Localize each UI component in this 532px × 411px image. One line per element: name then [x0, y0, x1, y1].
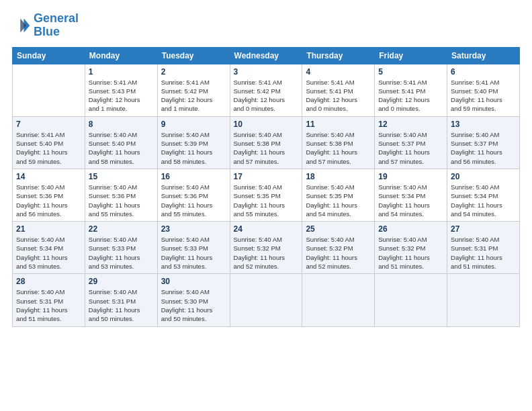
- col-header-wednesday: Wednesday: [230, 47, 302, 64]
- calendar-cell: 27Sunrise: 5:40 AM Sunset: 5:31 PM Dayli…: [447, 222, 520, 274]
- cell-day-number: 27: [451, 224, 516, 234]
- cell-info-text: Sunrise: 5:40 AM Sunset: 5:40 PM Dayligh…: [89, 130, 154, 166]
- col-header-thursday: Thursday: [302, 47, 375, 64]
- cell-info-text: Sunrise: 5:40 AM Sunset: 5:36 PM Dayligh…: [161, 183, 226, 218]
- calendar-cell: 21Sunrise: 5:40 AM Sunset: 5:34 PM Dayli…: [13, 222, 85, 274]
- cell-info-text: Sunrise: 5:40 AM Sunset: 5:37 PM Dayligh…: [378, 130, 443, 166]
- calendar-week-5: 28Sunrise: 5:40 AM Sunset: 5:31 PM Dayli…: [13, 274, 520, 326]
- cell-day-number: 21: [16, 224, 81, 234]
- cell-day-number: 20: [451, 172, 516, 181]
- calendar-cell: 3Sunrise: 5:41 AM Sunset: 5:42 PM Daylig…: [230, 64, 302, 116]
- col-header-sunday: Sunday: [13, 47, 85, 64]
- col-header-friday: Friday: [375, 47, 447, 64]
- calendar-cell: 28Sunrise: 5:40 AM Sunset: 5:31 PM Dayli…: [13, 274, 85, 326]
- calendar-cell: 5Sunrise: 5:41 AM Sunset: 5:41 PM Daylig…: [375, 64, 447, 116]
- calendar-cell: 2Sunrise: 5:41 AM Sunset: 5:42 PM Daylig…: [157, 64, 230, 116]
- cell-info-text: Sunrise: 5:40 AM Sunset: 5:36 PM Dayligh…: [89, 183, 154, 218]
- cell-info-text: Sunrise: 5:40 AM Sunset: 5:31 PM Dayligh…: [451, 235, 516, 271]
- calendar-cell: 15Sunrise: 5:40 AM Sunset: 5:36 PM Dayli…: [85, 169, 157, 221]
- cell-info-text: Sunrise: 5:40 AM Sunset: 5:35 PM Dayligh…: [306, 183, 371, 218]
- calendar-cell: 22Sunrise: 5:40 AM Sunset: 5:33 PM Dayli…: [85, 222, 157, 274]
- calendar-cell: 13Sunrise: 5:40 AM Sunset: 5:37 PM Dayli…: [447, 116, 520, 169]
- calendar-cell: [447, 274, 520, 326]
- cell-day-number: 19: [378, 172, 443, 181]
- calendar-cell: [302, 274, 375, 326]
- calendar-cell: 9Sunrise: 5:40 AM Sunset: 5:39 PM Daylig…: [157, 116, 230, 169]
- calendar-cell: 23Sunrise: 5:40 AM Sunset: 5:33 PM Dayli…: [157, 222, 230, 274]
- cell-day-number: 9: [161, 120, 226, 129]
- cell-day-number: 10: [234, 120, 299, 129]
- calendar-cell: 24Sunrise: 5:40 AM Sunset: 5:32 PM Dayli…: [230, 222, 302, 274]
- col-header-monday: Monday: [85, 47, 157, 64]
- cell-info-text: Sunrise: 5:41 AM Sunset: 5:40 PM Dayligh…: [451, 78, 516, 113]
- cell-info-text: Sunrise: 5:41 AM Sunset: 5:43 PM Dayligh…: [89, 78, 154, 113]
- header: General Blue: [12, 12, 520, 39]
- cell-day-number: 11: [306, 120, 371, 129]
- cell-day-number: 4: [306, 67, 371, 77]
- cell-info-text: Sunrise: 5:40 AM Sunset: 5:30 PM Dayligh…: [161, 287, 226, 323]
- cell-day-number: 2: [161, 67, 226, 77]
- logo: General Blue: [12, 12, 79, 39]
- calendar-cell: 26Sunrise: 5:40 AM Sunset: 5:32 PM Dayli…: [375, 222, 447, 274]
- logo-text: General Blue: [34, 12, 79, 39]
- cell-info-text: Sunrise: 5:40 AM Sunset: 5:34 PM Dayligh…: [378, 183, 443, 218]
- cell-day-number: 12: [378, 120, 443, 129]
- cell-info-text: Sunrise: 5:40 AM Sunset: 5:32 PM Dayligh…: [378, 235, 443, 271]
- cell-info-text: Sunrise: 5:40 AM Sunset: 5:37 PM Dayligh…: [451, 130, 516, 166]
- cell-day-number: 23: [161, 224, 226, 234]
- cell-info-text: Sunrise: 5:40 AM Sunset: 5:38 PM Dayligh…: [234, 130, 299, 166]
- col-header-saturday: Saturday: [447, 47, 520, 64]
- calendar-cell: 10Sunrise: 5:40 AM Sunset: 5:38 PM Dayli…: [230, 116, 302, 169]
- calendar-cell: 6Sunrise: 5:41 AM Sunset: 5:40 PM Daylig…: [447, 64, 520, 116]
- cell-day-number: 25: [306, 224, 371, 234]
- cell-info-text: Sunrise: 5:41 AM Sunset: 5:42 PM Dayligh…: [234, 78, 299, 113]
- calendar-cell: 25Sunrise: 5:40 AM Sunset: 5:32 PM Dayli…: [302, 222, 375, 274]
- cell-day-number: 8: [89, 120, 154, 129]
- cell-info-text: Sunrise: 5:40 AM Sunset: 5:32 PM Dayligh…: [306, 235, 371, 271]
- cell-info-text: Sunrise: 5:40 AM Sunset: 5:33 PM Dayligh…: [161, 235, 226, 271]
- calendar-week-1: 1Sunrise: 5:41 AM Sunset: 5:43 PM Daylig…: [13, 64, 520, 116]
- cell-info-text: Sunrise: 5:40 AM Sunset: 5:31 PM Dayligh…: [16, 287, 81, 323]
- cell-day-number: 6: [451, 67, 516, 77]
- cell-info-text: Sunrise: 5:40 AM Sunset: 5:35 PM Dayligh…: [234, 183, 299, 218]
- calendar-week-2: 7Sunrise: 5:41 AM Sunset: 5:40 PM Daylig…: [13, 116, 520, 169]
- calendar-cell: 4Sunrise: 5:41 AM Sunset: 5:41 PM Daylig…: [302, 64, 375, 116]
- cell-day-number: 15: [89, 172, 154, 181]
- cell-day-number: 1: [89, 67, 154, 77]
- cell-day-number: 29: [89, 277, 154, 286]
- calendar-cell: 14Sunrise: 5:40 AM Sunset: 5:36 PM Dayli…: [13, 169, 85, 221]
- calendar-cell: 19Sunrise: 5:40 AM Sunset: 5:34 PM Dayli…: [375, 169, 447, 221]
- cell-info-text: Sunrise: 5:41 AM Sunset: 5:42 PM Dayligh…: [161, 78, 226, 113]
- cell-day-number: 3: [234, 67, 299, 77]
- cell-info-text: Sunrise: 5:41 AM Sunset: 5:41 PM Dayligh…: [306, 78, 371, 113]
- cell-day-number: 18: [306, 172, 371, 181]
- calendar-cell: 12Sunrise: 5:40 AM Sunset: 5:37 PM Dayli…: [375, 116, 447, 169]
- logo-icon: [12, 16, 31, 35]
- calendar-cell: 30Sunrise: 5:40 AM Sunset: 5:30 PM Dayli…: [157, 274, 230, 326]
- calendar-cell: [375, 274, 447, 326]
- calendar-cell: 18Sunrise: 5:40 AM Sunset: 5:35 PM Dayli…: [302, 169, 375, 221]
- calendar-week-4: 21Sunrise: 5:40 AM Sunset: 5:34 PM Dayli…: [13, 222, 520, 274]
- cell-day-number: 17: [234, 172, 299, 181]
- calendar-cell: 16Sunrise: 5:40 AM Sunset: 5:36 PM Dayli…: [157, 169, 230, 221]
- cell-day-number: 14: [16, 172, 81, 181]
- cell-info-text: Sunrise: 5:41 AM Sunset: 5:40 PM Dayligh…: [16, 130, 81, 166]
- calendar-cell: 17Sunrise: 5:40 AM Sunset: 5:35 PM Dayli…: [230, 169, 302, 221]
- cell-info-text: Sunrise: 5:40 AM Sunset: 5:32 PM Dayligh…: [234, 235, 299, 271]
- calendar-table: SundayMondayTuesdayWednesdayThursdayFrid…: [12, 47, 520, 327]
- calendar-cell: 20Sunrise: 5:40 AM Sunset: 5:34 PM Dayli…: [447, 169, 520, 221]
- calendar-week-3: 14Sunrise: 5:40 AM Sunset: 5:36 PM Dayli…: [13, 169, 520, 221]
- calendar-cell: 8Sunrise: 5:40 AM Sunset: 5:40 PM Daylig…: [85, 116, 157, 169]
- col-header-tuesday: Tuesday: [157, 47, 230, 64]
- cell-day-number: 5: [378, 67, 443, 77]
- calendar-cell: 7Sunrise: 5:41 AM Sunset: 5:40 PM Daylig…: [13, 116, 85, 169]
- cell-day-number: 16: [161, 172, 226, 181]
- calendar-cell: 1Sunrise: 5:41 AM Sunset: 5:43 PM Daylig…: [85, 64, 157, 116]
- cell-day-number: 28: [16, 277, 81, 286]
- calendar-cell: [13, 64, 85, 116]
- cell-info-text: Sunrise: 5:40 AM Sunset: 5:39 PM Dayligh…: [161, 130, 226, 166]
- calendar-header-row: SundayMondayTuesdayWednesdayThursdayFrid…: [13, 47, 520, 64]
- cell-day-number: 7: [16, 120, 81, 129]
- cell-day-number: 22: [89, 224, 154, 234]
- calendar-cell: [230, 274, 302, 326]
